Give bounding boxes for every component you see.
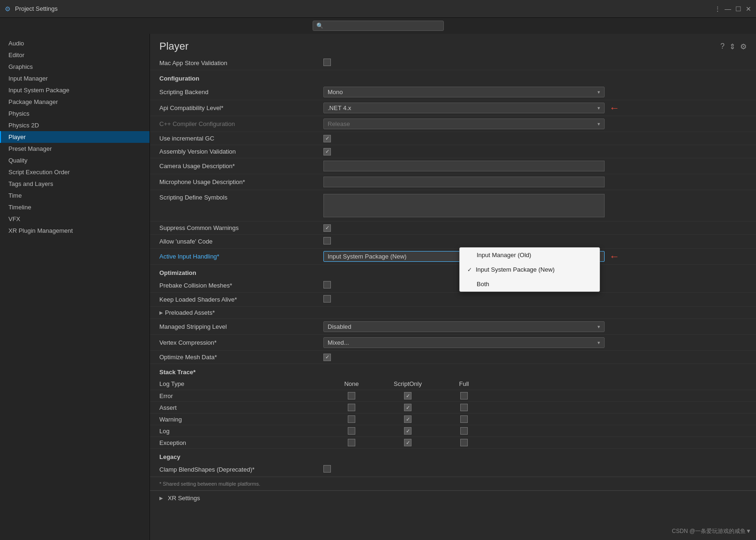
window-controls: ⋮ — ☐ ✕ <box>714 5 752 13</box>
log-full-cell <box>436 427 492 435</box>
unsafe-code-row: Allow 'unsafe' Code <box>150 235 756 249</box>
warning-none-cell <box>323 415 380 423</box>
title-bar: ⚙ Project Settings ⋮ — ☐ ✕ <box>0 0 756 18</box>
incremental-gc-label: Use incremental GC <box>159 135 323 142</box>
sidebar-item-package-manager[interactable]: Package Manager <box>0 96 150 108</box>
log-none-cell <box>323 427 380 435</box>
error-none-checkbox[interactable] <box>348 392 355 399</box>
assert-scriptonly-checkbox[interactable] <box>404 404 412 411</box>
sidebar-item-quality[interactable]: Quality <box>0 155 150 166</box>
gear-header-icon[interactable]: ⚙ <box>740 42 747 51</box>
microphone-usage-label: Microphone Usage Description* <box>159 178 323 185</box>
optimize-mesh-value <box>323 353 747 361</box>
microphone-usage-input[interactable] <box>323 177 605 187</box>
preloaded-assets-label: Preloaded Assets* <box>165 309 329 316</box>
camera-usage-input[interactable] <box>323 161 605 171</box>
assert-full-checkbox[interactable] <box>460 404 468 411</box>
api-compat-select[interactable]: .NET 4.x <box>323 103 605 113</box>
dock-icon[interactable]: ⇕ <box>729 42 735 51</box>
close-button[interactable]: ✕ <box>745 5 752 13</box>
assert-none-checkbox[interactable] <box>348 404 355 411</box>
option-both[interactable]: Both <box>460 277 599 291</box>
error-full-checkbox[interactable] <box>460 392 468 399</box>
unsafe-code-label: Allow 'unsafe' Code <box>159 238 323 245</box>
error-none-cell <box>323 392 380 399</box>
warning-none-checkbox[interactable] <box>348 415 355 423</box>
exception-full-checkbox[interactable] <box>460 439 468 446</box>
mac-app-store-checkbox[interactable] <box>323 59 331 66</box>
exception-checkboxes <box>323 439 747 446</box>
xr-settings-header[interactable]: ▶ XR Settings <box>159 495 747 502</box>
xr-settings-section: ▶ XR Settings <box>150 490 756 505</box>
sidebar-item-input-system[interactable]: Input System Package <box>0 84 150 96</box>
sidebar-item-vfx[interactable]: VFX <box>0 213 150 225</box>
sidebar-item-player[interactable]: Player <box>0 131 150 143</box>
error-scriptonly-checkbox[interactable] <box>404 392 412 399</box>
sidebar-item-input-manager[interactable]: Input Manager <box>0 73 150 84</box>
settings-icon: ⚙ <box>5 5 12 13</box>
sidebar-item-tags-layers[interactable]: Tags and Layers <box>0 178 150 190</box>
vertex-compression-value: Mixed... <box>323 337 747 348</box>
api-compat-value: .NET 4.x ← <box>323 103 747 113</box>
option-input-system[interactable]: Input System Package (New) <box>460 262 599 277</box>
scripting-backend-label: Scripting Backend <box>159 89 323 96</box>
sidebar-item-time[interactable]: Time <box>0 190 150 201</box>
help-icon[interactable]: ? <box>720 42 725 51</box>
warning-full-checkbox[interactable] <box>460 415 468 423</box>
microphone-usage-row: Microphone Usage Description* <box>150 174 756 190</box>
sidebar-item-audio[interactable]: Audio <box>0 37 150 49</box>
vertex-compression-select[interactable]: Mixed... <box>323 337 605 348</box>
clamp-blendshapes-row: Clamp BlendShapes (Deprecated)* <box>150 463 756 477</box>
exception-none-checkbox[interactable] <box>348 439 355 446</box>
main-area: Audio Editor Graphics Input Manager Inpu… <box>0 34 756 540</box>
sidebar-item-script-execution[interactable]: Script Execution Order <box>0 166 150 178</box>
suppress-warnings-checkbox[interactable] <box>323 224 331 232</box>
optimize-mesh-row: Optimize Mesh Data* <box>150 351 756 364</box>
managed-stripping-row: Managed Stripping Level Disabled <box>150 319 756 335</box>
managed-stripping-value: Disabled <box>323 321 747 332</box>
log-scriptonly-checkbox[interactable] <box>404 427 412 435</box>
sidebar-item-preset-manager[interactable]: Preset Manager <box>0 143 150 155</box>
unsafe-code-checkbox[interactable] <box>323 237 331 244</box>
clamp-blendshapes-checkbox[interactable] <box>323 465 331 473</box>
search-input[interactable] <box>313 21 444 31</box>
preloaded-assets-row[interactable]: ▶ Preloaded Assets* <box>150 307 756 319</box>
log-checkboxes <box>323 427 747 435</box>
maximize-button[interactable]: ☐ <box>734 5 742 13</box>
keep-shaders-checkbox[interactable] <box>323 295 331 303</box>
log-full-checkbox[interactable] <box>460 427 468 435</box>
keep-shaders-label: Keep Loaded Shaders Alive* <box>159 296 323 303</box>
incremental-gc-checkbox[interactable] <box>323 135 331 142</box>
none-header: None <box>323 380 380 387</box>
sidebar-item-graphics[interactable]: Graphics <box>0 61 150 73</box>
log-scriptonly-cell <box>380 427 436 435</box>
managed-stripping-select[interactable]: Disabled <box>323 321 605 332</box>
cpp-compiler-select[interactable]: Release <box>323 118 605 129</box>
prebake-checkbox[interactable] <box>323 281 331 288</box>
sidebar-item-editor[interactable]: Editor <box>0 49 150 61</box>
exception-label: Exception <box>159 439 323 446</box>
minimize-button[interactable]: — <box>724 5 732 13</box>
assembly-version-value <box>323 148 747 155</box>
sidebar-item-timeline[interactable]: Timeline <box>0 201 150 213</box>
log-none-checkbox[interactable] <box>348 427 355 435</box>
cpp-compiler-dropdown-wrap: Release <box>323 118 605 129</box>
exception-scriptonly-checkbox[interactable] <box>404 439 412 446</box>
sidebar-item-physics2d[interactable]: Physics 2D <box>0 119 150 131</box>
assembly-version-checkbox[interactable] <box>323 148 331 155</box>
active-input-row: Active Input Handling* Input System Pack… <box>150 249 756 265</box>
prebake-label: Prebake Collision Meshes* <box>159 282 323 289</box>
scripting-backend-select[interactable]: Mono <box>323 87 605 97</box>
menu-icon[interactable]: ⋮ <box>714 5 721 13</box>
warning-checkboxes <box>323 415 747 423</box>
define-symbols-input[interactable] <box>323 194 605 217</box>
camera-usage-label: Camera Usage Description* <box>159 163 323 170</box>
vertex-compression-label: Vertex Compression* <box>159 339 323 346</box>
footer-note: * Shared setting between multiple platfo… <box>150 477 756 490</box>
sidebar-item-physics[interactable]: Physics <box>0 108 150 119</box>
warning-scriptonly-checkbox[interactable] <box>404 415 412 423</box>
optimize-mesh-checkbox[interactable] <box>323 354 331 361</box>
option-input-manager[interactable]: Input Manager (Old) <box>460 248 599 262</box>
sidebar-item-xr-plugin[interactable]: XR Plugin Management <box>0 225 150 237</box>
camera-usage-value <box>323 161 747 171</box>
